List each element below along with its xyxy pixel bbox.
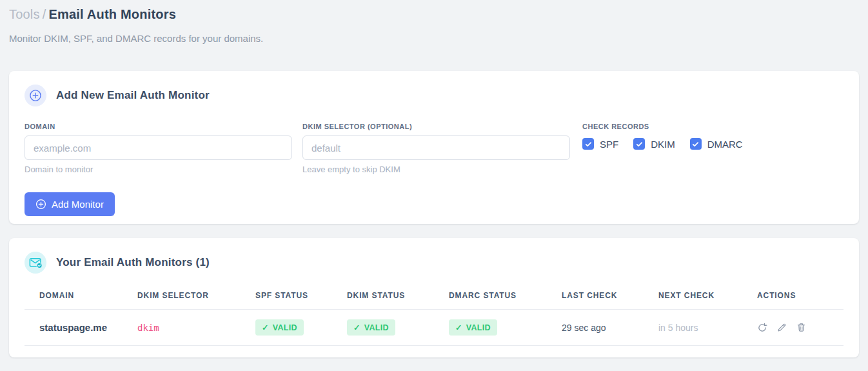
row-actions bbox=[757, 323, 838, 333]
trash-icon bbox=[796, 323, 806, 332]
monitor-next-check: in 5 hours bbox=[658, 310, 757, 346]
dkim-checkbox[interactable] bbox=[633, 138, 645, 150]
dkim-status-text: VALID bbox=[364, 323, 389, 332]
spf-status-text: VALID bbox=[273, 323, 297, 332]
delete-button[interactable] bbox=[796, 323, 806, 332]
domain-helper-text: Domain to monitor bbox=[25, 165, 292, 174]
dkim-selector-helper-text: Leave empty to skip DKIM bbox=[302, 165, 570, 174]
check-icon: ✓ bbox=[262, 323, 269, 332]
edit-button[interactable] bbox=[777, 323, 787, 332]
add-monitor-card: Add New Email Auth Monitor DOMAIN Domain… bbox=[9, 71, 859, 224]
check-icon bbox=[692, 141, 699, 148]
spf-checkbox-label: SPF bbox=[600, 139, 618, 150]
table-row: statuspage.me dkim ✓VALID ✓VALID ✓VALID … bbox=[25, 310, 843, 346]
check-icon: ✓ bbox=[455, 323, 462, 332]
check-icon bbox=[585, 141, 592, 148]
column-header-actions: ACTIONS bbox=[757, 285, 843, 310]
spf-status-badge: ✓VALID bbox=[255, 319, 304, 336]
add-card-title: Add New Email Auth Monitor bbox=[56, 89, 210, 102]
check-records-label: CHECK RECORDS bbox=[582, 123, 743, 130]
breadcrumb-tools-link[interactable]: Tools bbox=[9, 7, 40, 21]
breadcrumb: Tools/Email Auth Monitors bbox=[9, 0, 859, 22]
spf-checkbox[interactable] bbox=[582, 138, 594, 150]
refresh-button[interactable] bbox=[757, 323, 767, 333]
column-header-spf-status: SPF STATUS bbox=[255, 285, 347, 310]
domain-input[interactable] bbox=[25, 135, 292, 160]
monitor-dkim-selector: dkim bbox=[137, 310, 255, 346]
breadcrumb-separator: / bbox=[40, 7, 49, 21]
column-header-domain: DOMAIN bbox=[25, 285, 137, 310]
pencil-icon bbox=[777, 323, 787, 332]
monitors-list-card: Your Email Auth Monitors (1) DOMAIN DKIM… bbox=[9, 238, 859, 357]
checkbox-option-dkim[interactable]: DKIM bbox=[633, 138, 675, 150]
plus-circle-icon bbox=[25, 85, 46, 106]
table-header-row: DOMAIN DKIM SELECTOR SPF STATUS DKIM STA… bbox=[25, 285, 843, 310]
dkim-selector-input[interactable] bbox=[302, 135, 570, 160]
column-header-dmarc-status: DMARC STATUS bbox=[449, 285, 562, 310]
add-monitor-form: DOMAIN Domain to monitor DKIM SELECTOR (… bbox=[25, 123, 843, 174]
monitors-table: DOMAIN DKIM SELECTOR SPF STATUS DKIM STA… bbox=[25, 285, 843, 346]
monitors-card-title: Your Email Auth Monitors (1) bbox=[56, 256, 210, 269]
check-icon: ✓ bbox=[353, 323, 360, 332]
column-header-dkim-selector: DKIM SELECTOR bbox=[137, 285, 255, 310]
page-subtitle: Monitor DKIM, SPF, and DMARC records for… bbox=[9, 33, 859, 44]
envelope-check-icon bbox=[25, 252, 46, 274]
dkim-selector-field-group: DKIM SELECTOR (OPTIONAL) Leave empty to … bbox=[302, 123, 570, 174]
dkim-checkbox-label: DKIM bbox=[651, 139, 675, 150]
refresh-icon bbox=[757, 323, 767, 333]
check-records-options: SPF DKIM bbox=[582, 138, 743, 150]
dkim-selector-label: DKIM SELECTOR (OPTIONAL) bbox=[302, 123, 570, 130]
add-monitor-button-label: Add Monitor bbox=[52, 199, 104, 210]
dkim-status-badge: ✓VALID bbox=[347, 319, 395, 336]
check-records-group: CHECK RECORDS SPF bbox=[582, 123, 743, 174]
add-monitor-button[interactable]: Add Monitor bbox=[25, 192, 115, 216]
dmarc-status-badge: ✓VALID bbox=[449, 319, 497, 336]
page: Tools/Email Auth Monitors Monitor DKIM, … bbox=[0, 0, 868, 357]
dmarc-checkbox-label: DMARC bbox=[707, 139, 743, 150]
monitors-card-header: Your Email Auth Monitors (1) bbox=[25, 252, 843, 274]
domain-label: DOMAIN bbox=[25, 123, 292, 130]
monitor-domain: statuspage.me bbox=[25, 310, 137, 346]
plus-circle-icon bbox=[35, 199, 46, 210]
column-header-next-check: NEXT CHECK bbox=[658, 285, 757, 310]
dmarc-checkbox[interactable] bbox=[690, 138, 702, 150]
column-header-dkim-status: DKIM STATUS bbox=[347, 285, 449, 310]
monitor-last-check: 29 sec ago bbox=[562, 310, 658, 346]
column-header-last-check: LAST CHECK bbox=[562, 285, 658, 310]
dmarc-status-text: VALID bbox=[466, 323, 491, 332]
domain-field-group: DOMAIN Domain to monitor bbox=[25, 123, 292, 174]
check-icon bbox=[636, 141, 643, 148]
add-card-header: Add New Email Auth Monitor bbox=[25, 85, 843, 106]
page-title: Email Auth Monitors bbox=[48, 7, 176, 21]
checkbox-option-spf[interactable]: SPF bbox=[582, 138, 618, 150]
checkbox-option-dmarc[interactable]: DMARC bbox=[690, 138, 743, 150]
